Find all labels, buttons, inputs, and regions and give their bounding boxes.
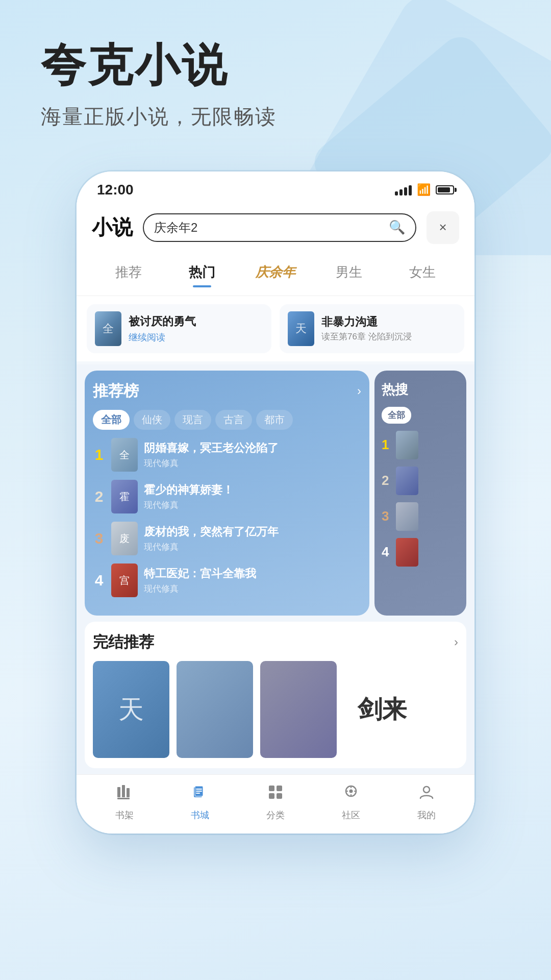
rank-info-1: 阴婚喜嫁，冥王老公沦陷了 现代修真	[144, 440, 361, 469]
filter-modern[interactable]: 现言	[174, 410, 211, 430]
rank-item-4[interactable]: 4 特工医妃：宫斗全靠我 现代修真	[93, 564, 361, 597]
completed-header: 完结推荐 ›	[93, 632, 458, 653]
rank-num-1: 1	[93, 446, 105, 463]
top-section: 夸克小说 海量正版小说，无限畅读	[0, 0, 551, 151]
ranking-arrow[interactable]: ›	[357, 384, 361, 398]
profile-icon	[417, 783, 436, 806]
tab-special[interactable]: 庆余年	[239, 259, 312, 285]
rank-item-3[interactable]: 3 废材的我，突然有了亿万年 现代修真	[93, 522, 361, 555]
nav-label-bookcity: 书城	[191, 809, 209, 821]
svg-point-19	[423, 787, 430, 793]
hot-rank-item-3[interactable]: 3	[382, 502, 459, 531]
recent-info-2: 非暴力沟通 读至第76章 沦陷到沉浸	[321, 314, 456, 342]
svg-point-14	[349, 789, 353, 793]
filter-ancient[interactable]: 古言	[215, 410, 252, 430]
rank-book-tag-4: 现代修真	[144, 583, 361, 595]
hot-rank-num-3: 3	[382, 508, 392, 524]
comp-book-3[interactable]	[260, 661, 337, 758]
comp-cover-4-text: 剑来	[358, 693, 407, 726]
rank-item-1[interactable]: 1 阴婚喜嫁，冥王老公沦陷了 现代修真	[93, 438, 361, 472]
comp-book-2[interactable]	[177, 661, 253, 758]
completed-books: 剑来	[93, 661, 458, 758]
rank-book-title-3: 废材的我，突然有了亿万年	[144, 524, 361, 540]
nav-label-profile: 我的	[417, 809, 436, 821]
comp-cover-2	[177, 661, 253, 758]
hot-cover-3	[396, 502, 418, 531]
hot-rank-item-2[interactable]: 2	[382, 467, 459, 495]
svg-rect-9	[269, 786, 274, 791]
hot-cover-1	[396, 431, 418, 459]
rank-book-title-1: 阴婚喜嫁，冥王老公沦陷了	[144, 440, 361, 456]
search-icon[interactable]: 🔍	[389, 219, 405, 235]
comp-book-1[interactable]	[93, 661, 169, 758]
community-icon	[342, 783, 360, 806]
nav-item-profile[interactable]: 我的	[389, 783, 464, 821]
content-area: 推荐榜 › 全部 仙侠 现言 古言 都市 1	[77, 364, 474, 774]
svg-rect-11	[269, 793, 274, 799]
close-icon: ×	[439, 219, 446, 235]
search-bar[interactable]: 庆余年2 🔍	[143, 213, 416, 242]
recent-card-2[interactable]: 非暴力沟通 读至第76章 沦陷到沉浸	[280, 304, 464, 353]
hot-rank-num-2: 2	[382, 473, 392, 488]
rank-cover-2	[111, 480, 138, 513]
rank-info-2: 霍少的神算娇妻！ 现代修真	[144, 482, 361, 511]
recent-info-1: 被讨厌的勇气 继续阅读	[129, 314, 263, 344]
tab-female[interactable]: 女生	[386, 259, 459, 285]
recent-card-1[interactable]: 被讨厌的勇气 继续阅读	[87, 304, 271, 353]
rank-book-tag-2: 现代修真	[144, 499, 361, 511]
nav-item-bookshelf[interactable]: 书架	[87, 783, 162, 821]
completed-title: 完结推荐	[93, 632, 154, 653]
hot-search-title: 热搜	[382, 381, 408, 399]
filter-xianxia[interactable]: 仙侠	[134, 410, 170, 430]
rank-num-2: 2	[93, 488, 105, 505]
nav-label-category: 分类	[266, 809, 285, 821]
nav-item-bookcity[interactable]: 书城	[162, 783, 238, 821]
svg-rect-12	[277, 793, 282, 799]
hot-cover-2	[396, 467, 418, 495]
status-icons: 📶	[395, 183, 454, 197]
category-icon	[266, 783, 285, 806]
ranking-title: 推荐榜	[93, 381, 139, 402]
rank-item-2[interactable]: 2 霍少的神算娇妻！ 现代修真	[93, 480, 361, 513]
recent-title-2: 非暴力沟通	[321, 314, 456, 330]
comp-book-4[interactable]: 剑来	[344, 661, 420, 758]
hot-rank-item-1[interactable]: 1	[382, 431, 459, 459]
tab-recommend[interactable]: 推荐	[92, 259, 165, 285]
hot-rank-num-4: 4	[382, 544, 392, 560]
comp-cover-1	[93, 661, 169, 758]
nav-item-category[interactable]: 分类	[238, 783, 313, 821]
hot-rank-item-4[interactable]: 4	[382, 538, 459, 567]
phone-wrapper: 12:00 📶 小说 庆余	[0, 172, 551, 834]
hot-filter-all[interactable]: 全部	[382, 407, 411, 424]
completed-arrow[interactable]: ›	[454, 635, 458, 649]
filter-urban[interactable]: 都市	[256, 410, 293, 430]
close-button[interactable]: ×	[427, 211, 459, 244]
hot-search-section: 热搜 全部 1 2	[374, 371, 466, 616]
ranking-header: 推荐榜 ›	[93, 381, 361, 402]
tab-hot[interactable]: 热门	[165, 259, 239, 285]
phone-inner: 12:00 📶 小说 庆余	[77, 172, 474, 834]
tab-male[interactable]: 男生	[312, 259, 386, 285]
recent-title-1: 被讨厌的勇气	[129, 314, 263, 329]
status-time: 12:00	[97, 182, 134, 198]
svg-rect-2	[127, 788, 130, 797]
book-thumb-2	[288, 311, 314, 346]
rank-book-tag-1: 现代修真	[144, 457, 361, 469]
app-title: 夸克小说	[41, 41, 510, 90]
nav-tabs: 推荐 热门 庆余年 男生 女生	[77, 254, 474, 296]
rank-cover-3	[111, 522, 138, 555]
ranking-section: 推荐榜 › 全部 仙侠 现言 古言 都市 1	[85, 371, 369, 616]
two-columns: 推荐榜 › 全部 仙侠 现言 古言 都市 1	[85, 371, 466, 616]
nav-item-community[interactable]: 社区	[313, 783, 389, 821]
filter-all[interactable]: 全部	[93, 410, 130, 430]
hot-cover-4	[396, 538, 418, 567]
svg-rect-10	[277, 786, 282, 791]
svg-rect-0	[117, 787, 120, 797]
svg-rect-1	[122, 785, 125, 797]
recent-desc-2: 读至第76章 沦陷到沉浸	[321, 331, 456, 342]
rank-info-3: 废材的我，突然有了亿万年 现代修真	[144, 524, 361, 553]
nav-label-community: 社区	[342, 809, 360, 821]
rank-info-4: 特工医妃：宫斗全靠我 现代修真	[144, 566, 361, 595]
wifi-icon: 📶	[417, 183, 431, 197]
app-header: 小说 庆余年2 🔍 ×	[77, 203, 474, 254]
